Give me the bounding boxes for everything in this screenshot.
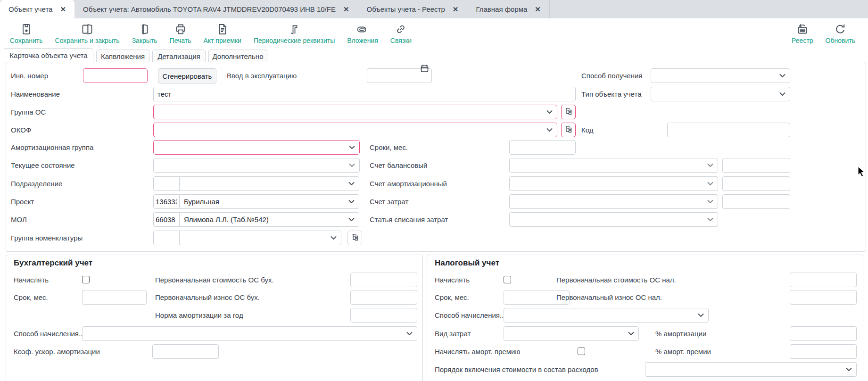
bu-accrue-checkbox[interactable] [82,276,90,283]
attachments-button[interactable]: Вложения [341,21,384,44]
mol-code-input[interactable] [153,212,180,227]
close-tab-icon[interactable]: ✕ [343,6,349,13]
refresh-button[interactable]: Обновить [819,21,861,44]
current-state-select[interactable] [153,158,360,173]
os-group-tree-button[interactable] [561,105,576,119]
close-tab-icon[interactable]: ✕ [453,6,459,13]
registry-button[interactable]: Реестр [785,21,819,44]
window-tab-registry[interactable]: Объекты учета - Реестр ✕ [358,0,468,18]
hierarchy-tree-icon [565,108,572,117]
refresh-label: Обновить [826,37,855,44]
nu-accrue-checkbox[interactable] [504,276,511,283]
os-group-select[interactable] [153,105,557,119]
commissioning-label: Ввод в эксплуатацию [227,68,297,83]
bu-initial-wear-input[interactable] [350,290,417,305]
bu-coef-label: Коэф. ускор. амортизации [14,344,100,359]
acquisition-method-select[interactable] [651,68,790,83]
depreciation-account-select[interactable] [509,176,718,191]
bu-annual-rate-label: Норма амортизации за год [155,308,243,323]
acceptance-act-button[interactable]: Акт приемки [197,21,247,44]
bu-method-select[interactable] [82,326,417,341]
nomenclature-tree-button[interactable] [347,231,362,245]
bu-coef-input[interactable] [152,344,219,359]
okof-select[interactable] [153,123,557,137]
chevron-down-icon [546,110,553,114]
writeoff-item-select[interactable] [509,212,718,227]
name-input[interactable] [153,87,576,101]
close-tab-icon[interactable]: ✕ [535,6,541,13]
bu-annual-rate-input[interactable] [350,308,417,323]
hierarchy-tree-icon [565,125,572,135]
project-select[interactable]: Бурильная [179,194,359,209]
save-label: Сохранить [10,37,43,44]
window-tab-main-form[interactable]: Главная форма ✕ [467,0,550,18]
cost-account-extra-input[interactable] [722,194,790,209]
periodic-requisites-icon [288,21,300,35]
code-input[interactable] [667,123,790,137]
window-tab-label: Объект учета [8,5,52,13]
object-type-select[interactable] [651,87,790,101]
close-label: Закрыть [132,37,157,44]
window-tab-object[interactable]: Объект учета ✕ [0,0,74,18]
bu-method-label: Способ начисления... [14,326,84,341]
project-code-input[interactable] [153,194,180,209]
terms-months-label: Сроки, мес. [370,140,408,155]
depreciation-group-label: Амортизационная группа [11,140,93,155]
window-tab-label: Объекты учета - Реестр [367,5,445,13]
tab-extra[interactable]: Дополнительно [208,50,267,62]
nu-method-label: Способ начисления... [435,308,505,323]
depreciation-account-label: Счет амортизационный [370,176,447,191]
tab-detail[interactable]: Детализация [152,50,206,62]
window-tab-object-car[interactable]: Объект учета: Автомобиль TOYOTA RAV4 JTM… [74,0,358,18]
document-icon [216,21,229,35]
nu-depr-pct-input[interactable] [790,326,857,341]
nu-premium-checkbox[interactable] [578,348,585,355]
periodic-requisites-label: Периодические реквизиты [254,37,335,44]
nu-premium-pct-label: % аморт. премии [655,344,711,359]
bu-term-input[interactable] [82,290,147,305]
nomenclature-code-input[interactable] [153,231,180,245]
tab-object-card[interactable]: Карточка объекта учета [4,48,93,62]
nu-term-label: Срок, мес. [435,290,469,305]
balance-account-select[interactable] [509,158,718,173]
save-and-close-button[interactable]: Сохранить и закрыть [49,21,126,44]
toolbar: Сохранить Сохранить и закрыть Закрыть Пе… [0,18,868,48]
nu-premium-pct-input[interactable] [790,344,857,359]
okof-tree-button[interactable] [561,123,576,137]
depreciation-group-select[interactable] [153,140,360,155]
print-button[interactable]: Печать [164,21,198,44]
nu-initial-wear-input[interactable] [790,290,857,305]
nomenclature-group-select[interactable] [179,231,341,245]
save-button[interactable]: Сохранить [4,21,49,44]
nu-initial-cost-input[interactable] [790,273,857,287]
chevron-down-icon [846,367,852,372]
generate-button[interactable]: Сгенерировать [158,68,216,83]
commissioning-date-input[interactable] [367,68,432,83]
tab-capex-label: Капвложения [101,52,145,60]
bu-initial-cost-input[interactable] [350,273,417,287]
department-code-input[interactable] [153,176,180,191]
tab-detail-label: Детализация [157,52,200,60]
object-type-label: Тип объекта учета [581,87,641,101]
cost-account-select[interactable] [509,194,718,209]
tax-title: Налоговый учет [435,258,499,268]
links-label: Связки [390,37,412,44]
os-group-label: Группа ОС [11,105,46,119]
links-button[interactable]: Связки [384,21,418,44]
mol-select[interactable]: Ялимова Л.Л. (Таб.№542) [179,212,359,227]
nu-premium-label: Начислять аморт. премию [435,344,521,359]
balance-account-extra-input[interactable] [722,158,790,173]
terms-months-input[interactable] [509,140,576,155]
close-button[interactable]: Закрыть [126,21,164,44]
inv-number-input[interactable] [83,68,148,83]
department-select[interactable] [179,176,359,191]
nu-cost-type-select[interactable] [504,326,639,341]
depreciation-account-extra-input[interactable] [722,176,790,191]
nu-include-order-select[interactable] [645,362,857,377]
periodic-requisites-button[interactable]: Периодические реквизиты [248,21,341,44]
chevron-down-icon [779,74,785,78]
tab-capex[interactable]: Капвложения [96,50,149,62]
print-label: Печать [170,37,191,44]
close-tab-icon[interactable]: ✕ [60,6,66,13]
nu-method-select[interactable] [504,308,709,323]
